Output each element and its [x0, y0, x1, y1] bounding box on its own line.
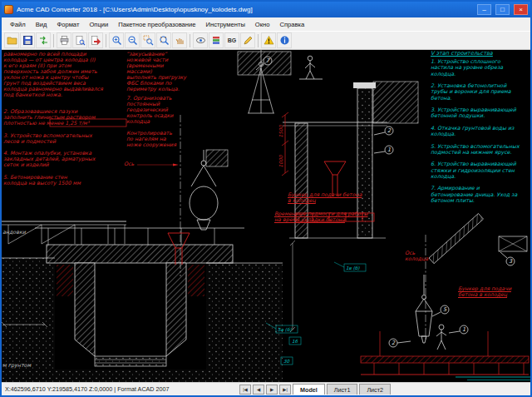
tag-1v: 1в (б) — [346, 265, 360, 270]
tab-nav-next-button[interactable]: ▶ — [266, 385, 278, 395]
export-arrow-icon — [91, 35, 101, 46]
toolbar: BG — [2, 31, 530, 50]
tab-nav-prev-button[interactable]: ◀ — [253, 385, 264, 395]
tag-30: 30 — [283, 359, 290, 364]
warning-triangle-icon — [264, 35, 274, 46]
note-item-5: 5. Бетонирование стен колодца на высоту … — [3, 174, 130, 186]
info-icon — [279, 35, 290, 46]
menu-item-file[interactable]: Файл — [5, 19, 31, 30]
tag-5a: 5а (б) — [278, 327, 292, 332]
zoom-out-icon — [127, 35, 138, 46]
menu-item-tools[interactable]: Инструменты — [201, 19, 250, 30]
tab-nav-last-button[interactable]: ▶| — [279, 385, 291, 395]
about-button[interactable] — [277, 32, 292, 48]
menu-item-options[interactable]: Опции — [84, 19, 113, 30]
minimize-button[interactable]: – — [477, 4, 491, 15]
note-item-3: 3. Устройство вспомогательных лесов и по… — [3, 132, 130, 144]
partial-label-bottom: м грунтом — [2, 362, 31, 368]
zoom-window-button[interactable] — [140, 32, 155, 48]
partial-label-left: андовки — [2, 229, 26, 235]
print-button[interactable] — [57, 32, 71, 48]
scaffold-label: Временные подмости для работы на время у… — [274, 211, 374, 222]
open-button[interactable] — [4, 32, 19, 48]
background-toggle-button[interactable]: BG — [224, 32, 239, 48]
menu-item-help[interactable]: Справка — [275, 19, 310, 30]
note-intro-paragraph: равномерно по всей площади колодца — от … — [3, 51, 130, 97]
bunker-label-center: Бункер для подачи бетона в колодец — [288, 191, 364, 203]
toolbar-separator — [258, 34, 259, 47]
zoom-out-button[interactable] — [125, 32, 140, 48]
zoom-in-button[interactable] — [109, 32, 124, 48]
callout-label-2a: 2 — [387, 127, 392, 134]
menubar: Файл Вид Формат Опции Пакетное преобразо… — [2, 17, 530, 31]
layers-button[interactable] — [209, 32, 224, 48]
save-button[interactable] — [20, 32, 35, 48]
tab-nav-first-button[interactable]: |◀ — [239, 385, 251, 395]
dim-label-1000: 1000 — [278, 154, 283, 167]
coordinates-readout: X:462596,6710 Y:219585,4170 Z:0,0000 | F… — [5, 385, 238, 393]
print-preview-button[interactable] — [72, 32, 87, 48]
callout-label-3: 3 — [509, 258, 513, 265]
view-button[interactable] — [193, 32, 208, 48]
axis-leader — [137, 164, 179, 166]
pan-button[interactable] — [172, 32, 187, 48]
menu-item-format[interactable]: Формат — [52, 19, 84, 30]
zoom-extents-button[interactable] — [156, 32, 171, 48]
tab-sheet1[interactable]: Лист1 — [327, 384, 358, 395]
printer-icon — [59, 35, 70, 46]
tag-16: 16 — [292, 339, 298, 344]
statusbar: X:462596,6710 Y:219585,4170 Z:0,0000 | F… — [2, 382, 530, 395]
axis-label-right: Ось колодца — [405, 250, 435, 261]
background-toggle-label: BG — [228, 37, 237, 43]
export-pdf-button[interactable] — [88, 32, 103, 48]
toolbar-separator — [190, 34, 190, 47]
worker-figure-bottom — [436, 325, 446, 350]
pan-hand-icon — [175, 35, 185, 46]
axis-label: Ось — [124, 161, 134, 166]
callout-label-1b: 1 — [462, 326, 466, 333]
titlebar: Acme CAD Converter 2018 - [C:\Users\Admi… — [2, 2, 530, 17]
note-item-2: 2. Образовавшиеся пазухи заполнить глини… — [3, 108, 130, 126]
layers-icon — [211, 35, 222, 46]
worker-figure-top — [299, 56, 323, 79]
menu-item-window[interactable]: Окно — [250, 19, 275, 30]
note-item-4: 4. Монтаж опалубки, установка закладных … — [3, 150, 130, 167]
zoom-window-icon — [143, 35, 154, 46]
stage5-title: V этап строительства — [431, 51, 530, 57]
bunker-label-right: Бункер для подачи бетона в колодец — [458, 285, 526, 297]
alert-button[interactable] — [261, 32, 276, 48]
open-folder-icon — [7, 35, 17, 46]
convert-arrows-icon — [38, 35, 49, 46]
window-title: Acme CAD Converter 2018 - [C:\Users\Admi… — [17, 6, 473, 13]
note-biting-paragraph: "закусывание" ножевой части (временными … — [126, 51, 188, 92]
eye-icon — [195, 35, 206, 46]
callout-label-5: 5 — [443, 306, 447, 313]
note-item-7: 7. Организовать постоянный геодезический… — [126, 95, 188, 124]
close-button[interactable]: × — [514, 4, 528, 15]
callout-label-2b: 2 — [392, 340, 396, 346]
batch-convert-button[interactable] — [36, 32, 51, 48]
tab-model[interactable]: Model — [293, 384, 325, 395]
drawing-canvas[interactable]: 1500 1000 — [2, 50, 530, 382]
pen-width-button[interactable] — [240, 32, 255, 48]
zoom-extents-icon — [159, 35, 170, 46]
dim-label-1500: 1500 — [278, 124, 283, 137]
stage5-list: 1. Устройство сплошного настила на уровн… — [431, 58, 530, 203]
floppy-save-icon — [22, 35, 33, 46]
menu-item-batch-convert[interactable]: Пакетное преобразование — [113, 19, 200, 30]
zoom-in-icon — [111, 35, 122, 46]
menu-item-view[interactable]: Вид — [31, 19, 52, 30]
pencil-icon — [243, 35, 254, 46]
callout-label-1a: 1 — [387, 146, 391, 153]
note-control: Контролировать по нагелям на ноже сооруж… — [126, 130, 188, 147]
maximize-button[interactable]: □ — [495, 4, 510, 15]
app-window: Acme CAD Converter 2018 - [C:\Users\Admi… — [0, 0, 532, 397]
preview-page-icon — [75, 35, 86, 46]
tab-sheet2[interactable]: Лист2 — [359, 384, 391, 395]
toolbar-separator — [106, 34, 106, 47]
toolbar-separator — [53, 34, 54, 47]
app-logo-icon — [4, 5, 13, 14]
